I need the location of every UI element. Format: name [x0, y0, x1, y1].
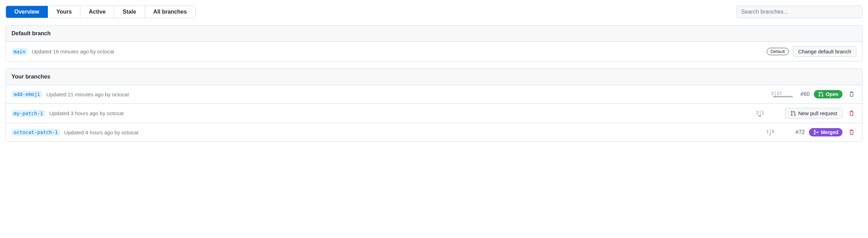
change-default-branch-button[interactable]: Change default branch — [793, 46, 856, 57]
tab-stale[interactable]: Stale — [114, 6, 145, 18]
default-branch-row: main Updated 16 minutes ago by octocat D… — [6, 42, 862, 61]
branch-name-link[interactable]: my-patch-1 — [12, 110, 45, 117]
behind-count: 2 — [758, 91, 776, 96]
git-pull-request-icon — [790, 111, 796, 116]
pr-state-label: Open — [826, 91, 838, 97]
updated-text: Updated 16 minutes ago by octocat — [32, 49, 114, 54]
updated-text: Updated 21 minutes ago by octocat — [46, 91, 129, 97]
tab-active[interactable]: Active — [80, 6, 114, 18]
behind-count: 2 — [743, 110, 760, 115]
pr-number[interactable]: #60 — [801, 91, 810, 97]
git-merge-icon — [813, 129, 819, 135]
default-badge: Default — [767, 48, 789, 55]
ahead-behind-meter: 10 — [750, 129, 791, 135]
branch-row: add-emojiUpdated 21 minutes ago by octoc… — [6, 85, 862, 104]
search-container — [737, 6, 862, 18]
tab-yours[interactable]: Yours — [48, 6, 80, 18]
default-branch-header: Default branch — [6, 25, 862, 42]
ahead-count: 0 — [771, 129, 788, 134]
tab-all-branches[interactable]: All branches — [145, 6, 195, 18]
your-branches-header: Your branches — [6, 69, 862, 85]
git-pull-request-icon — [818, 91, 824, 97]
your-branches-box: Your branches add-emojiUpdated 21 minute… — [6, 68, 862, 142]
trash-icon — [849, 91, 854, 97]
branch-row: octocat-patch-1Updated 4 hours ago by oc… — [6, 123, 862, 141]
pr-state-open[interactable]: Open — [814, 90, 842, 98]
pr-state-merged[interactable]: Merged — [809, 128, 842, 136]
branch-name-link[interactable]: add-emoji — [12, 91, 42, 98]
new-pull-request-button[interactable]: New pull request — [785, 108, 842, 119]
delete-branch-button[interactable] — [847, 109, 856, 118]
updated-text: Updated 4 hours ago by octocat — [64, 129, 138, 135]
branch-filter-tabs: Overview Yours Active Stale All branches — [6, 6, 196, 18]
branch-name-link[interactable]: main — [12, 48, 28, 55]
ahead-count: 1 — [760, 110, 778, 115]
delete-branch-button[interactable] — [847, 89, 856, 99]
behind-count: 1 — [753, 129, 771, 134]
new-pr-label: New pull request — [798, 110, 837, 116]
pr-state-label: Merged — [821, 129, 838, 135]
ahead-count: 17 — [775, 91, 793, 96]
delete-branch-button[interactable] — [847, 127, 856, 137]
trash-icon — [849, 111, 854, 116]
updated-text: Updated 3 hours ago by octocat — [49, 110, 124, 116]
ahead-behind-meter: 21 — [739, 110, 781, 117]
tab-overview[interactable]: Overview — [6, 6, 48, 18]
branch-name-link[interactable]: octocat-patch-1 — [12, 129, 60, 136]
trash-icon — [849, 129, 854, 135]
branch-row: my-patch-1Updated 3 hours ago by octocat… — [6, 104, 862, 123]
pr-number[interactable]: #72 — [796, 129, 805, 135]
search-branches-input[interactable] — [737, 6, 862, 18]
ahead-behind-meter: 217 — [754, 91, 796, 97]
default-branch-box: Default branch main Updated 16 minutes a… — [6, 25, 862, 61]
top-bar: Overview Yours Active Stale All branches — [6, 6, 862, 18]
